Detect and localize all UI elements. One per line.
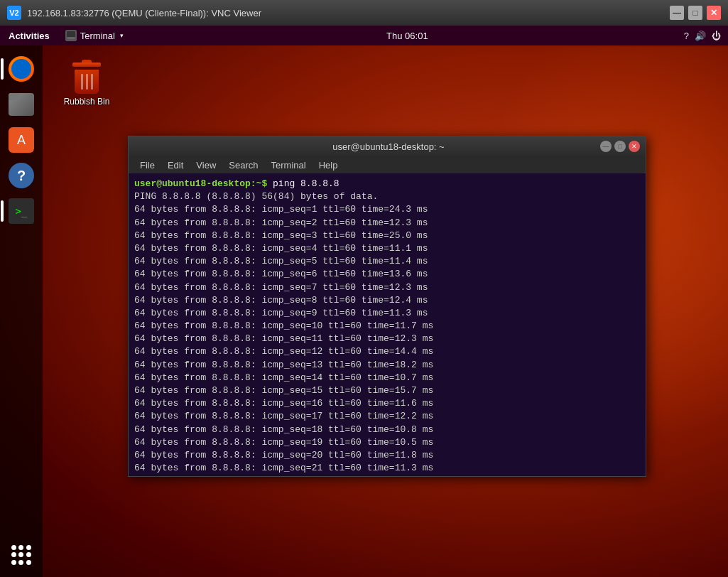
terminal-menu-edit[interactable]: Edit [162,158,189,172]
terminal-output-line: 64 bytes from 8.8.8.8: icmp_seq=11 ttl=6… [134,333,640,345]
terminal-menu-help[interactable]: Help [313,158,344,172]
panel-activities-button[interactable]: Activities [0,26,58,45]
vnc-titlebar: V2 192.168.1.83:32776 (QEMU (Cliente-Fin… [0,0,728,26]
terminal-output-line: 64 bytes from 8.8.8.8: icmp_seq=3 ttl=60… [134,230,640,242]
panel-volume-icon[interactable]: 🔊 [695,31,706,41]
dock-item-firefox[interactable] [5,53,38,85]
svg-rect-1 [67,38,75,38]
terminal-dropdown-arrow: ▾ [120,32,124,39]
panel-power-icon[interactable]: ⏻ [712,31,721,41]
appstore-icon: A [9,127,34,153]
terminal-command-line: user@ubuntu18-desktop:~$ ping 8.8.8.8 [134,178,640,190]
vnc-maximize-button[interactable]: □ [688,6,702,20]
terminal-maximize-button[interactable]: □ [614,141,626,152]
terminal-window-controls: — □ ✕ [600,141,640,152]
panel-clock[interactable]: Thu 06:01 [131,31,684,41]
apps-grid-icon [9,542,34,568]
svg-rect-0 [67,31,75,37]
terminal-output: PING 8.8.8.8 (8.8.8.8) 56(84) bytes of d… [134,190,640,475]
terminal-output-line: 64 bytes from 8.8.8.8: icmp_seq=12 ttl=6… [134,345,640,358]
terminal-output-line: 64 bytes from 8.8.8.8: icmp_seq=6 ttl=60… [134,268,640,281]
help-icon: ? [9,163,34,188]
terminal-titlebar: user@ubuntu18-desktop: ~ — □ ✕ [129,136,646,156]
terminal-output-line: 64 bytes from 8.8.8.8: icmp_seq=10 ttl=6… [134,320,640,333]
terminal-output-line: 64 bytes from 8.8.8.8: icmp_seq=17 ttl=6… [134,410,640,423]
vnc-window-controls: — □ ✕ [670,6,721,20]
terminal-command: ping 8.8.8.8 [267,178,339,189]
terminal-output-line: 64 bytes from 8.8.8.8: icmp_seq=13 ttl=6… [134,359,640,372]
rubbish-bin-label: Rubbish Bin [64,97,110,107]
vnc-title: 192.168.1.83:32776 (QEMU (Cliente-Final)… [27,8,261,18]
terminal-output-line: 64 bytes from 8.8.8.8: icmp_seq=4 ttl=60… [134,242,640,255]
terminal-dock-icon: >_ [9,198,34,224]
terminal-window[interactable]: user@ubuntu18-desktop: ~ — □ ✕ FileEditV… [128,136,646,477]
desktop-icon-rubbish-bin[interactable]: Rubbish Bin [58,60,115,107]
files-icon [9,93,34,116]
dock-item-help[interactable]: ? [5,159,38,192]
terminal-output-line: 64 bytes from 8.8.8.8: icmp_seq=15 ttl=6… [134,384,640,397]
terminal-minimize-button[interactable]: — [600,141,612,152]
dock-item-appstore[interactable]: A [5,124,38,156]
terminal-output-line: PING 8.8.8.8 (8.8.8.8) 56(84) bytes of d… [134,190,640,203]
terminal-output-line: 64 bytes from 8.8.8.8: icmp_seq=9 ttl=60… [134,307,640,320]
vnc-close-button[interactable]: ✕ [707,6,721,20]
terminal-output-line: 64 bytes from 8.8.8.8: icmp_seq=16 ttl=6… [134,397,640,410]
panel-right-icons: ? 🔊 ⏻ [684,31,728,41]
terminal-output-line: 64 bytes from 8.8.8.8: icmp_seq=18 ttl=6… [134,424,640,436]
terminal-menu-search[interactable]: Search [223,158,264,172]
panel-terminal-menu[interactable]: Terminal ▾ [58,26,131,45]
ubuntu-desktop: Activities Terminal ▾ Thu 06:01 ? 🔊 ⏻ [0,26,728,577]
terminal-output-line: 64 bytes from 8.8.8.8: icmp_seq=21 ttl=6… [134,462,640,475]
vnc-minimize-button[interactable]: — [670,6,684,20]
firefox-icon [9,56,34,82]
vnc-titlebar-left: V2 192.168.1.83:32776 (QEMU (Cliente-Fin… [7,6,261,20]
dock-item-files[interactable] [5,88,38,121]
terminal-output-line: 64 bytes from 8.8.8.8: icmp_seq=14 ttl=6… [134,372,640,384]
terminal-output-line: 64 bytes from 8.8.8.8: icmp_seq=8 ttl=60… [134,294,640,307]
terminal-panel-icon [65,30,77,41]
ubuntu-top-panel: Activities Terminal ▾ Thu 06:01 ? 🔊 ⏻ [0,26,728,45]
terminal-output-line: 64 bytes from 8.8.8.8: icmp_seq=2 ttl=60… [134,217,640,230]
terminal-output-line: 64 bytes from 8.8.8.8: icmp_seq=5 ttl=60… [134,255,640,268]
terminal-prompt: user@ubuntu18-desktop:~$ [134,178,267,189]
terminal-close-button[interactable]: ✕ [629,141,640,152]
vnc-icon: V2 [7,6,21,20]
terminal-output-line: 64 bytes from 8.8.8.8: icmp_seq=7 ttl=60… [134,281,640,294]
panel-question-icon[interactable]: ? [684,31,689,41]
dock-item-apps-grid[interactable] [5,539,38,571]
terminal-output-line: 64 bytes from 8.8.8.8: icmp_seq=20 ttl=6… [134,449,640,462]
terminal-content[interactable]: user@ubuntu18-desktop:~$ ping 8.8.8.8 PI… [129,173,646,476]
terminal-cursor-line [134,475,640,476]
ubuntu-dock: A ? >_ [0,45,43,577]
terminal-menubar: FileEditViewSearchTerminalHelp [129,156,646,173]
terminal-menu-terminal[interactable]: Terminal [266,158,312,172]
terminal-menu-view[interactable]: View [190,158,222,172]
terminal-output-line: 64 bytes from 8.8.8.8: icmp_seq=19 ttl=6… [134,436,640,449]
dock-item-terminal[interactable]: >_ [5,195,38,227]
terminal-title: user@ubuntu18-desktop: ~ [177,141,600,152]
terminal-output-line: 64 bytes from 8.8.8.8: icmp_seq=1 ttl=60… [134,203,640,216]
trash-bin-icon [72,60,102,94]
terminal-menu-file[interactable]: File [134,158,161,172]
